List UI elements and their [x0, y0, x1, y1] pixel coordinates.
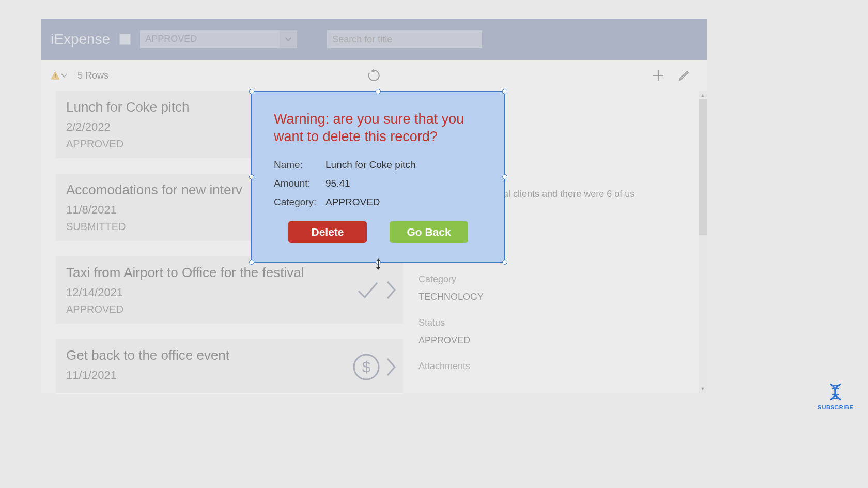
scroll-down-icon[interactable]: ▼	[699, 385, 707, 393]
svg-rect-0	[55, 74, 56, 76]
check-icon[interactable]	[355, 280, 380, 300]
list-item-date: 11/1/2021	[66, 369, 393, 382]
list-item-status: APPROVED	[66, 303, 393, 315]
detail-title-fragment: ch	[475, 100, 691, 118]
svg-text:$: $	[362, 358, 371, 375]
detail-status-value: APPROVED	[419, 331, 691, 349]
resize-handle[interactable]	[249, 89, 254, 94]
chevron-down-icon[interactable]	[280, 30, 297, 48]
pencil-icon[interactable]	[677, 68, 691, 83]
resize-handle[interactable]	[249, 260, 254, 265]
row-count: 5 Rows	[78, 70, 109, 81]
list-item[interactable]: Taxi from Airport to Office for the fest…	[56, 256, 403, 324]
plus-icon[interactable]	[651, 68, 665, 83]
dropdown-icon[interactable]	[61, 72, 67, 79]
dna-icon	[825, 382, 846, 402]
resize-handle[interactable]	[502, 174, 507, 179]
detail-category-label: Category	[419, 270, 691, 288]
svg-rect-1	[55, 77, 56, 78]
scrollbar[interactable]: ▲ ▼	[699, 91, 707, 393]
list-item-title: Taxi from Airport to Office for the fest…	[66, 265, 393, 281]
search-input[interactable]	[327, 30, 482, 48]
resize-handle[interactable]	[502, 89, 507, 94]
dialog-name-value: Lunch for Coke pitch	[326, 159, 415, 171]
header-bar: iExpense APPROVED	[41, 19, 707, 60]
detail-attachments-label: Attachments	[419, 357, 691, 375]
detail-category-value: TECHNOLOGY	[419, 288, 691, 306]
resize-handle[interactable]	[502, 260, 507, 265]
chevron-right-icon[interactable]	[385, 280, 397, 300]
chevron-right-icon[interactable]	[385, 357, 397, 377]
detail-description-fragment: potential clients and there were 6 of us	[475, 185, 691, 203]
status-filter[interactable]: APPROVED	[140, 30, 297, 48]
go-back-button[interactable]: Go Back	[390, 221, 468, 243]
refresh-icon[interactable]	[367, 68, 381, 83]
list-item[interactable]: Get back to the office event 11/1/2021 $	[56, 339, 403, 394]
dialog-amount-value: 95.41	[326, 178, 350, 189]
dialog-amount-label: Amount:	[274, 178, 326, 189]
status-filter-value: APPROVED	[140, 30, 280, 48]
warning-icon	[51, 71, 60, 80]
subscribe-badge[interactable]: SUBSCRIBE	[818, 382, 854, 410]
scroll-up-icon[interactable]: ▲	[699, 91, 707, 99]
list-item-title: Get back to the office event	[66, 347, 393, 363]
filter-checkbox[interactable]	[119, 34, 131, 45]
app-title: iExpense	[51, 31, 110, 48]
dialog-category-value: APPROVED	[326, 196, 380, 208]
subscribe-label: SUBSCRIBE	[818, 404, 854, 410]
resize-handle[interactable]	[376, 89, 381, 94]
toolbar: 5 Rows	[41, 60, 707, 91]
dialog-category-label: Category:	[274, 196, 326, 208]
delete-button[interactable]: Delete	[288, 221, 367, 243]
scrollbar-thumb[interactable]	[699, 99, 707, 235]
resize-cursor-icon	[374, 258, 383, 273]
delete-confirm-dialog[interactable]: Warning: are you sure that you want to d…	[251, 91, 505, 263]
resize-handle[interactable]	[249, 174, 254, 179]
list-item-date: 12/14/2021	[66, 286, 393, 299]
dialog-title: Warning: are you sure that you want to d…	[274, 111, 483, 146]
detail-status-label: Status	[419, 314, 691, 331]
dollar-icon[interactable]: $	[352, 353, 380, 381]
dialog-name-label: Name:	[274, 159, 326, 171]
